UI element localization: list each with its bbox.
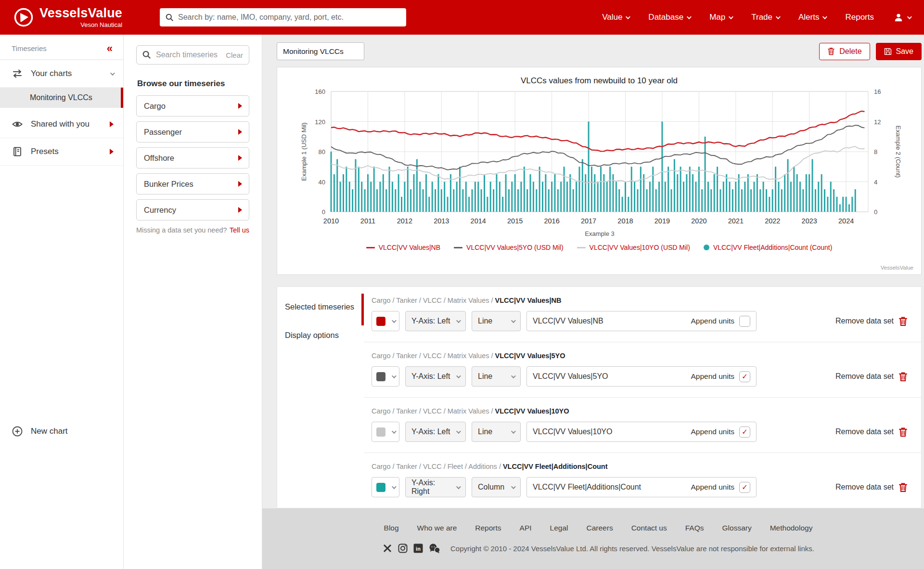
legend-item[interactable]: VLCC|VV Values|5YO (USD Mil)	[454, 244, 564, 251]
svg-text:2024: 2024	[838, 217, 854, 225]
axis-select[interactable]: Y-Axis: Left	[405, 311, 466, 331]
series-name-input[interactable]: VLCC|VV Values|10YO Append units ✓	[526, 422, 757, 442]
swap-arrows-icon	[12, 68, 23, 79]
tab-display-options[interactable]: Display options	[277, 321, 364, 349]
footer-link[interactable]: FAQs	[685, 524, 704, 532]
series-name-input[interactable]: VLCC|VV Fleet|Additions|Count Append uni…	[526, 477, 757, 497]
svg-text:2021: 2021	[728, 217, 744, 225]
sidebar-item-presets[interactable]: Presets	[0, 138, 123, 166]
x-twitter-icon[interactable]	[382, 543, 393, 554]
footer-link[interactable]: Reports	[475, 524, 501, 532]
plus-circle-icon	[12, 426, 23, 437]
series-type-select[interactable]: Line	[472, 311, 521, 331]
category-button[interactable]: Offshore	[136, 147, 249, 168]
sidebar-item-monitoring-vlccs[interactable]: Monitoring VLCCs	[0, 88, 123, 108]
dataset-row: Cargo / Tanker / VLCC / Matrix Values / …	[364, 287, 921, 342]
color-picker[interactable]	[372, 477, 399, 497]
category-button[interactable]: Passenger	[136, 121, 249, 142]
append-units-label: Append units	[691, 317, 735, 325]
category-button[interactable]: Cargo	[136, 95, 249, 116]
chart-name-input[interactable]	[277, 42, 364, 60]
svg-text:4: 4	[874, 179, 877, 186]
chevron-down-icon	[687, 14, 692, 19]
page-footer: BlogWho we areReportsAPILegalCareersCont…	[262, 508, 924, 569]
axis-select[interactable]: Y-Axis: Right	[405, 477, 466, 497]
series-type-select[interactable]: Line	[472, 366, 521, 387]
append-units-checkbox[interactable]: ✓	[739, 482, 750, 493]
timeseries-chart[interactable]: 0408012016004812162010201120122013201420…	[289, 86, 910, 239]
nav-item[interactable]: Reports	[845, 13, 874, 22]
user-icon	[893, 12, 904, 23]
footer-link[interactable]: Careers	[587, 524, 613, 532]
tab-selected-timeseries[interactable]: Selected timeseries	[277, 293, 364, 321]
nav-item[interactable]: Map	[709, 13, 732, 22]
chart-watermark: VesselsValue	[881, 265, 913, 271]
sidebar-item-your-charts[interactable]: Your charts	[0, 60, 123, 88]
chevron-down-icon	[456, 429, 461, 434]
timeseries-search-input[interactable]	[156, 51, 221, 59]
global-search	[160, 8, 406, 26]
svg-text:in: in	[416, 546, 421, 552]
trash-icon	[898, 427, 908, 437]
delete-chart-button[interactable]: Delete	[819, 43, 870, 60]
clear-search-button[interactable]: Clear	[226, 51, 243, 59]
legend-item[interactable]: VLCC|VV Fleet|Additions|Count (Count)	[704, 244, 832, 251]
sidebar-item-shared-with-you[interactable]: Shared with you	[0, 111, 123, 138]
remove-dataset-button[interactable]: Remove data set	[835, 427, 908, 437]
global-search-input[interactable]	[178, 13, 400, 22]
remove-dataset-button[interactable]: Remove data set	[835, 316, 908, 326]
axis-select[interactable]: Y-Axis: Left	[405, 366, 466, 387]
legend-item[interactable]: VLCC|VV Values|10YO (USD Mil)	[577, 244, 690, 251]
legend-item[interactable]: VLCC|VV Values|NB	[366, 244, 440, 251]
linkedin-icon[interactable]: in	[413, 543, 424, 554]
remove-dataset-button[interactable]: Remove data set	[835, 482, 908, 492]
nav-item[interactable]: Value	[602, 13, 629, 22]
color-picker[interactable]	[372, 366, 399, 387]
axis-select[interactable]: Y-Axis: Left	[405, 422, 466, 442]
color-picker[interactable]	[372, 311, 399, 331]
color-swatch	[376, 483, 385, 492]
svg-text:Example 2 (Count): Example 2 (Count)	[895, 126, 902, 178]
series-name-input[interactable]: VLCC|VV Values|5YO Append units ✓	[526, 366, 757, 387]
append-units-checkbox[interactable]: ✓	[739, 427, 750, 438]
footer-link[interactable]: Methodology	[770, 524, 813, 532]
save-floppy-icon	[884, 48, 892, 55]
category-button[interactable]: Currency	[136, 199, 249, 220]
color-picker[interactable]	[372, 422, 399, 442]
timeseries-search: Clear	[136, 45, 249, 65]
copyright-text: Copyright © 2010 - 2024 VesselsValue Ltd…	[450, 544, 814, 553]
nav-item[interactable]: Trade	[751, 13, 779, 22]
append-units-checkbox[interactable]: ✓	[739, 371, 750, 382]
series-name-input[interactable]: VLCC|VV Values|NB Append units ✓	[526, 311, 757, 331]
sidebar-collapse-button[interactable]: «	[107, 45, 113, 52]
tell-us-link[interactable]: Tell us	[230, 226, 249, 234]
footer-link[interactable]: Who we are	[417, 524, 457, 532]
new-chart-button[interactable]: New chart	[0, 419, 123, 444]
dataset-breadcrumb: Cargo / Tanker / VLCC / Fleet / Addition…	[372, 463, 908, 470]
svg-text:16: 16	[874, 88, 881, 95]
footer-link[interactable]: Blog	[384, 524, 399, 532]
wechat-icon[interactable]	[428, 543, 441, 554]
color-swatch	[376, 372, 385, 381]
panel-tabs: Selected timeseries Display options	[277, 287, 364, 508]
category-button[interactable]: Bunker Prices	[136, 173, 249, 194]
series-type-select[interactable]: Line	[472, 422, 521, 442]
append-units-checkbox[interactable]: ✓	[739, 316, 750, 327]
user-menu[interactable]	[893, 12, 911, 23]
svg-text:80: 80	[319, 148, 325, 155]
nav-item[interactable]: Alerts	[798, 13, 826, 22]
save-chart-button[interactable]: Save	[876, 43, 922, 60]
remove-dataset-button[interactable]: Remove data set	[835, 372, 908, 382]
dataset-row: Cargo / Tanker / VLCC / Matrix Values / …	[364, 342, 921, 398]
nav-item[interactable]: Database	[648, 13, 690, 22]
series-type-select[interactable]: Column	[472, 477, 521, 497]
svg-text:2019: 2019	[654, 217, 670, 225]
footer-link[interactable]: Contact us	[631, 524, 667, 532]
instagram-icon[interactable]	[398, 543, 408, 554]
footer-link[interactable]: Legal	[550, 524, 568, 532]
footer-link[interactable]: API	[520, 524, 532, 532]
brand-logo[interactable]: VesselsValue Veson Nautical	[13, 7, 122, 28]
chevron-down-icon	[626, 14, 630, 19]
footer-link[interactable]: Glossary	[722, 524, 752, 532]
svg-text:2017: 2017	[581, 217, 596, 225]
